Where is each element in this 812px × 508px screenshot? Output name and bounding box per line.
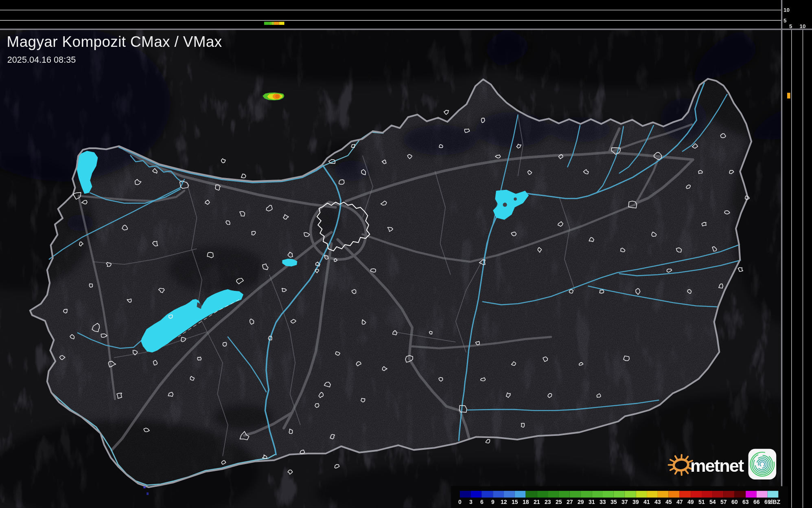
height-scale-label-5: 5 [784,18,786,23]
colorbar-swatch [592,490,603,497]
colorbar-tick-label: 33 [600,499,606,505]
colorbar-tick-label: 37 [622,499,628,505]
colorbar-tick-label: 18 [523,499,529,505]
colorbar-unit: dBZ [769,499,780,505]
distance-scale-label-10: 10 [799,23,805,29]
vmax-side-projection-marker [787,93,790,99]
colorbar-swatch [691,490,702,497]
colorbar-swatch [735,490,746,497]
colorbar-tick-label: 35 [611,499,617,505]
colorbar-swatch [537,490,548,497]
colorbar-swatch [614,490,625,497]
colorbar-tick-label: 31 [589,499,595,505]
colorbar-tick-label: 15 [512,499,518,505]
colorbar-swatch [603,490,614,497]
colorbar-swatch [746,490,757,497]
colorbar-swatch [526,490,537,497]
colorbar-swatch [548,490,559,497]
radar-map [0,0,812,508]
colorbar-tick-label: 29 [578,499,584,505]
colorbar-swatch [570,490,581,497]
tisza-lake-island [514,198,517,201]
colorbar-swatch [724,490,735,497]
colorbar-tick-label: 21 [534,499,540,505]
colorbar-swatch [757,490,768,497]
right-panel-bg [781,0,812,508]
colorbar-swatch [504,490,515,497]
metnet-logo: metnet [667,446,779,483]
top-panel-bg [0,0,812,29]
colorbar-tick-label: 3 [469,499,473,505]
weak-echo-dot [143,486,145,488]
colorbar-tick-label: 45 [665,499,672,505]
colorbar-tick-label: 66 [753,499,760,505]
cmax-top-projection-strip [264,22,285,25]
colorbar-swatch [625,490,636,497]
timestamp: 2025.04.16 08:35 [7,55,76,65]
distance-scale-label-5: 5 [789,23,792,29]
colorbar-tick-label: 25 [556,499,562,505]
colorbar-tick-label: 43 [654,499,661,505]
colorbar-tick-label: 54 [709,499,716,505]
colorbar-tick-label: 51 [698,499,705,505]
colorbar-tick-label: 0 [458,499,462,505]
height-scale-label-10: 10 [784,7,790,13]
colorbar-tick-label: 60 [731,499,738,505]
colorbar-swatch [515,490,526,497]
dbz-colorbar: 0369121518212325272931333537394143454749… [451,486,788,508]
colorbar-tick-label: 6 [480,499,484,505]
colorbar-swatch [680,490,691,497]
colorbar-swatch [647,490,658,497]
colorbar-tick-label: 49 [687,499,694,505]
colorbar-swatch [559,490,570,497]
colorbar-swatch [658,490,669,497]
colorbar-tick-label: 57 [720,499,727,505]
weak-echo-dot [147,493,149,495]
colorbar-swatches [460,490,779,497]
colorbar-swatch [493,490,504,497]
colorbar-swatch [702,490,713,497]
colorbar-tick-label: 9 [491,499,495,505]
colorbar-tick-label: 47 [676,499,683,505]
metnet-app-icon [748,449,777,479]
colorbar-swatch [669,490,680,497]
colorbar-swatch [482,490,493,497]
colorbar-tick-label: 23 [545,499,551,505]
colorbar-tick-label: 41 [643,499,650,505]
colorbar-swatch [713,490,724,497]
colorbar-swatch [471,490,482,497]
colorbar-swatch [581,490,592,497]
colorbar-swatch [768,490,779,497]
page-title: Magyar Kompozit CMax / VMax [7,33,222,50]
colorbar-tick-label: 27 [567,499,573,505]
logo-text: metnet [690,456,744,475]
colorbar-swatch [636,490,647,497]
colorbar-tick-label: 63 [742,499,749,505]
colorbar-tick-label: 39 [633,499,639,505]
colorbar-swatch [460,490,471,497]
radar-page: Magyar Kompozit CMax / VMax 2025.04.16 0… [0,0,812,508]
colorbar-tick-label: 12 [501,499,507,505]
tisza-lake-island [503,202,507,207]
